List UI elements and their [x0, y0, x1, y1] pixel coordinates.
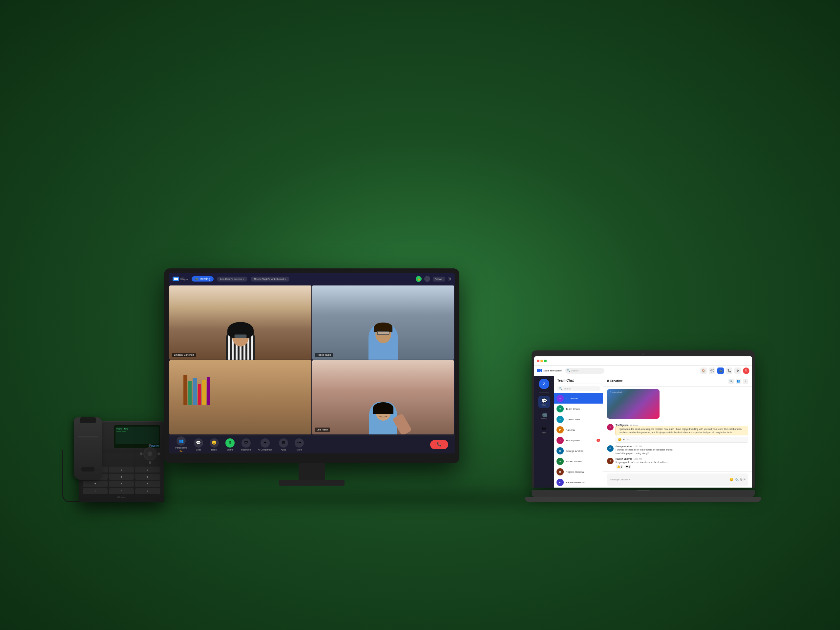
- nav-search-bar[interactable]: 🔍 Search: [565, 368, 605, 374]
- numpad-8[interactable]: 8: [109, 481, 134, 487]
- nav-home-btn[interactable]: 🏠: [700, 368, 707, 374]
- sidebar-chat-icon[interactable]: 💬 Chat: [538, 396, 550, 408]
- chat-item-simon[interactable]: S Simon Andres: [554, 456, 603, 467]
- phone-display-sub: Phone Menu: [117, 431, 158, 433]
- attachment-btn[interactable]: 📎: [735, 478, 739, 482]
- sidebar-user-avatar[interactable]: Z: [539, 379, 549, 389]
- laptop-camera: [642, 353, 644, 355]
- chat-messages-list: Thumbnail.pdf T Ted Nguyen 11:30 AM: [603, 387, 752, 471]
- chat-name-dev: # Dev-Chats: [566, 418, 580, 421]
- svg-marker-1: [177, 278, 178, 280]
- phone-nav-right[interactable]: [158, 453, 160, 455]
- nav-settings-btn[interactable]: ⚙: [734, 368, 741, 374]
- toolbar-more: ••• More: [295, 438, 304, 451]
- zoom-chat-ui: zoom Workplace 🔍 Search 🏠 💬 📹 📞 ⚙: [534, 356, 752, 488]
- numpad-6[interactable]: 6: [135, 474, 160, 480]
- chat-item-teamchats[interactable]: T Team Chats: [554, 404, 603, 414]
- nav-meetings-btn[interactable]: 📹: [717, 368, 724, 374]
- apps-icon[interactable]: ⊞: [279, 438, 288, 448]
- share-icon[interactable]: ⬆: [226, 438, 235, 448]
- emoji-btn[interactable]: 😊: [618, 438, 622, 441]
- chat-name-teamchats: Team Chats: [566, 407, 580, 411]
- meeting-toolbar: 👥 Participants 3 ▸ 💬 Chat 😊 React: [169, 435, 455, 453]
- sidebar-meetings-icon[interactable]: 📹 Meetings: [538, 410, 550, 422]
- chat-input-bar[interactable]: Message Creative + 😊 📎 GIF: [607, 474, 748, 486]
- chat-item-dev[interactable]: # # Dev-Chats: [554, 414, 603, 425]
- svg-rect-0: [174, 278, 177, 280]
- lea-screen-tab[interactable]: Lea Hahn's screen ×: [217, 276, 248, 281]
- chat-avatar-creative: #: [556, 395, 564, 402]
- chat-item-karen[interactable]: K Karen Anderson: [554, 477, 603, 488]
- chat-item-rajesh[interactable]: R Rajesh Sharma: [554, 467, 603, 477]
- more-icon[interactable]: •••: [295, 438, 304, 448]
- message-3: R Rajesh Sharma 12:18 PM It's going well…: [607, 458, 748, 469]
- chat-sidebar: Z 💬 Chat 📹 Meetings ⊞: [534, 376, 554, 488]
- chat-members-btn[interactable]: 👥: [736, 379, 741, 384]
- book-5: [202, 380, 206, 405]
- react-btn[interactable]: ⋯: [627, 438, 630, 441]
- monitor-base: [279, 480, 344, 486]
- phone-nav-left[interactable]: [140, 453, 142, 455]
- chat-add-btn[interactable]: +: [743, 379, 748, 384]
- share-label: Share: [227, 448, 233, 451]
- ai-companion-icon[interactable]: ✦: [261, 438, 270, 448]
- chat-avatar-karen: K: [556, 479, 564, 486]
- rocco-whiteboard-tab[interactable]: Rocco Tapia's whiteboard ×: [251, 276, 289, 281]
- phone-softkey-3[interactable]: [122, 450, 141, 453]
- handset-speaker: [80, 417, 96, 423]
- meeting-header: zoom Workplace 📹 Meeting Lea Hahn's scre…: [169, 273, 455, 285]
- views-button[interactable]: Views: [433, 276, 445, 281]
- numpad-5[interactable]: 5: [109, 474, 134, 480]
- chat-input-placeholder: Message Creative +: [609, 478, 630, 481]
- numpad-9[interactable]: 9: [135, 481, 160, 487]
- participants-icon[interactable]: 👥: [177, 436, 186, 445]
- phone-nav-down[interactable]: [148, 461, 151, 464]
- react-icon[interactable]: 😊: [210, 438, 219, 448]
- numpad-0[interactable]: 0: [109, 488, 134, 494]
- head-1: [232, 328, 249, 346]
- monitor-chin: [169, 453, 455, 463]
- laptop-touchpad-notch: [636, 490, 650, 491]
- minimize-button[interactable]: [540, 360, 543, 362]
- end-call-button[interactable]: 📞: [430, 440, 448, 449]
- reaction-thumb[interactable]: 👍 2: [616, 465, 624, 469]
- phone-nav-btn[interactable]: [148, 444, 151, 446]
- book-3: [193, 378, 197, 404]
- security-icon[interactable]: 🔒: [416, 276, 422, 282]
- reply-btn[interactable]: ↩: [623, 438, 625, 441]
- phone-nav-center[interactable]: [148, 452, 152, 456]
- chat-item-george[interactable]: G George Andres: [554, 445, 603, 456]
- msg-avatar-3: R: [607, 458, 614, 464]
- nav-phone-btn[interactable]: 📞: [726, 368, 733, 374]
- emoji-input-btn[interactable]: 😊: [729, 478, 733, 482]
- numpad-2[interactable]: 2: [109, 467, 134, 472]
- chat-item-creative[interactable]: # # Creative: [554, 393, 603, 404]
- phone-nav-circle[interactable]: [144, 447, 156, 460]
- nav-avatar[interactable]: U: [743, 368, 750, 374]
- phone-handset-area: [74, 415, 103, 480]
- numpad-3[interactable]: 3: [135, 467, 160, 472]
- host-icon[interactable]: 🛡: [242, 438, 251, 448]
- chat-item-ted[interactable]: T Ted Nguyen 1: [554, 435, 603, 445]
- numpad-hash[interactable]: #: [135, 488, 160, 494]
- numpad-7[interactable]: 7: [83, 481, 107, 487]
- ai-icon[interactable]: ✦: [424, 276, 430, 282]
- chat-input-area: Message Creative + 😊 📎 GIF: [603, 471, 752, 488]
- msg-avatar-2: G: [607, 445, 614, 452]
- close-button[interactable]: [537, 360, 540, 362]
- grid-icon[interactable]: ⊞: [448, 276, 451, 281]
- phone-softkey-2[interactable]: [103, 450, 121, 453]
- reaction-heart[interactable]: ❤ 1: [624, 465, 631, 469]
- chat-icon[interactable]: 💬: [194, 438, 203, 448]
- sidebar-apps-icon[interactable]: ⊞ Apps: [538, 424, 550, 436]
- meeting-tab[interactable]: 📹 Meeting: [192, 276, 214, 281]
- gif-btn[interactable]: GIF: [740, 478, 745, 482]
- chat-item-pat[interactable]: P Pat chat: [554, 425, 603, 435]
- chat-search-input[interactable]: 🔍 Search: [556, 386, 600, 391]
- chat-search-btn[interactable]: 🔍: [728, 379, 734, 384]
- nav-chat-btn[interactable]: 💬: [709, 368, 715, 374]
- numpad-star[interactable]: *: [83, 488, 107, 494]
- phone-handset: [74, 417, 102, 480]
- video-cell-rocco: Rocco Tapia: [312, 286, 454, 360]
- maximize-button[interactable]: [544, 360, 547, 362]
